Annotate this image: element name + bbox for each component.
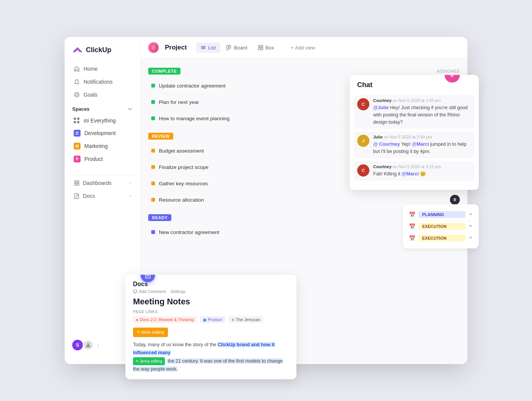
spaces-section-header: Spaces [65,102,140,115]
calendar-icon: 📅 [409,223,415,229]
svg-point-0 [74,92,79,97]
home-icon [74,66,80,72]
dashboards-icon [74,180,80,186]
execution-tag: EXECUTION [418,223,466,230]
page-link-jerrycan[interactable]: ⊕ The Jerrycan [228,316,263,323]
page-links: ● Docs 2.0: Rework & Thinking ▣ Product … [133,316,289,323]
docs-title: Docs [133,281,289,288]
task-status-dot [151,165,155,169]
tab-board[interactable]: Board [222,43,252,53]
red-dot-icon: ● [136,318,138,322]
settings-button[interactable]: Settings [170,289,185,294]
svg-rect-10 [261,45,263,47]
task-status-dot [151,116,155,120]
svg-rect-9 [258,45,260,47]
tag-row-execution-2: 📅 EXECUTION ⚑ [407,232,474,244]
svg-rect-2 [74,181,76,183]
mention: @Marci [412,142,429,147]
task-status-dot [151,181,155,185]
chat-message: C Courtney on Nov 5 2020 at 1:50 pm @Jul… [354,95,474,129]
execution-tag-2: EXECUTION [418,235,466,242]
user-avatar-photo [83,340,93,350]
svg-point-1 [76,94,78,96]
chat-messages: C Courtney on Nov 5 2020 at 1:50 pm @Jul… [350,92,479,190]
marketing-space-icon: M [74,143,81,150]
svg-rect-7 [227,45,228,50]
task-status-dot [151,149,155,153]
project-title: Project [165,44,187,51]
svg-rect-12 [261,48,263,50]
tab-list[interactable]: List [196,43,220,53]
tab-box[interactable]: Box [253,43,279,53]
mention: @Marci [402,171,419,177]
box-tab-icon [258,45,263,50]
chat-panel: # Chat C Courtney on Nov 5 2020 at 1:50 … [350,75,479,190]
sidebar-bottom: Dashboards › Docs › [65,169,140,207]
clickup-logo-icon [72,45,83,55]
badge-review: REVIEW [148,133,173,140]
sidebar-item-docs[interactable]: Docs › [69,190,136,202]
page-links-label: PAGE LINKS [133,310,289,314]
docs-panel-content: Docs Add Comment Settings Meeting Notes … [125,275,296,379]
goals-icon [74,92,80,98]
docs-icon [74,193,80,199]
flag-icon: ⚑ [469,212,473,217]
chat-avatar: C [357,98,369,110]
meeting-notes-title: Meeting Notes [133,297,289,307]
chevron-down-icon [127,107,133,112]
user-icon [85,342,91,348]
user-avatar-s: S [72,340,83,350]
bell-icon [74,79,80,85]
calendar-icon: 📅 [409,212,415,218]
add-view-button[interactable]: + Add view [286,43,320,53]
main-header: 🎯 Project List Board [141,37,467,59]
app-name: ClickUp [86,46,111,54]
clickup-brand-mention: ClickUp brand and how it influenced many [133,342,275,355]
chevron-right-icon-docs: › [130,193,131,199]
flag-icon: ⚑ [469,236,473,241]
assignee-avatar: R [450,195,460,205]
chat-avatar: C [357,164,369,177]
flag-icon: ⚑ [469,224,473,229]
task-status-dot [151,198,155,202]
tags-panel: 📅 PLANNING ⚑ 📅 EXECUTION ⚑ 📅 EXECUTION ⚑ [403,204,479,248]
task-status-dot [151,230,155,234]
svg-rect-3 [77,181,79,183]
docs-panel: Docs Add Comment Settings Meeting Notes … [125,275,296,379]
sidebar-item-home[interactable]: Home [69,63,136,75]
page-link-docs[interactable]: ● Docs 2.0: Rework & Thinking [133,316,197,323]
sidebar-item-development[interactable]: D Development [69,127,136,139]
footer-chevron: › [97,342,99,348]
product-space-icon: P [74,156,81,162]
development-space-icon: D [74,130,81,137]
chat-title: Chat [350,75,479,92]
sidebar-nav: Home Notifications Goals [65,63,140,102]
chevron-right-icon: › [130,180,131,186]
task-status-dot [151,84,155,88]
comment-icon [133,289,138,294]
board-tab-icon [226,45,232,50]
sidebar-item-everything[interactable]: 88 Everything [69,115,136,126]
add-comment-button[interactable]: Add Comment [133,289,166,294]
planning-tag: PLANNING [418,211,466,218]
sidebar-item-marketing[interactable]: M Marketing [69,140,136,152]
mention: @ Courtney [373,142,400,147]
view-tabs: List Board [196,43,279,53]
svg-rect-8 [229,45,231,48]
docs-actions: Add Comment Settings [133,289,289,294]
plus-icon: + [291,45,294,51]
chat-message: J Julie on Nov 5 2020 at 2:50 pm @ Court… [354,132,474,158]
chat-message: C Courtney on Nov 5 2020 at 3:15 pm Fab!… [354,161,474,181]
mark-editing-button[interactable]: ✎ Mark editing [133,328,168,337]
sidebar-item-goals[interactable]: Goals [69,89,136,101]
sidebar-item-notifications[interactable]: Notifications [69,76,136,88]
page-link-product[interactable]: ▣ Product [200,316,225,323]
sidebar-item-dashboards[interactable]: Dashboards › [69,177,136,189]
tag-row-execution-1: 📅 EXECUTION ⚑ [407,221,474,232]
calendar-icon: 📅 [409,235,415,241]
project-icon: 🎯 [148,42,159,53]
svg-rect-4 [74,183,76,185]
svg-rect-5 [77,183,79,185]
sidebar-item-product[interactable]: P Product [69,153,136,165]
sidebar-logo[interactable]: ClickUp [65,45,140,63]
